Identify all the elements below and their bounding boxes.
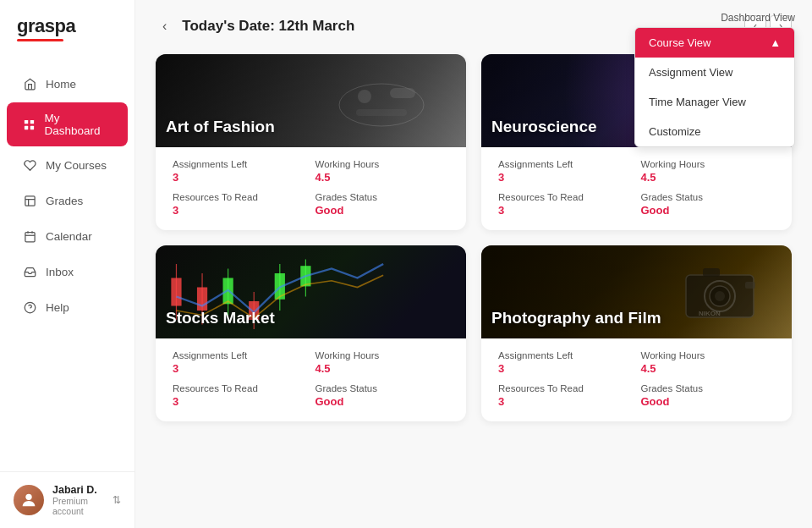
working-hours-neuroscience: Working Hours 4.5 [641,159,776,184]
resources-neuroscience: Resources To Read 3 [498,192,633,217]
course-stats-art-of-fashion: Assignments Left 3 Working Hours 4.5 Res… [156,147,466,230]
sidebar: graspa Home My Dashboard My Courses [0,0,135,528]
dashboard-view-dropdown: Dashboard View Course View ▲ Assignment … [634,12,795,147]
assignments-left-neuroscience: Assignments Left 3 [498,159,633,184]
working-hours-photography-film: Working Hours 4.5 [641,350,776,375]
logo-area: graspa [0,0,134,57]
assignments-left-photography-film: Assignments Left 3 [498,350,633,375]
svg-rect-3 [30,125,34,129]
sidebar-item-calendar-label: Calendar [46,230,92,243]
course-banner-photography-film: NIKON Photography and Film [481,245,792,338]
sidebar-item-grades[interactable]: Grades [7,184,128,217]
chevron-up-icon: ▲ [770,36,781,49]
svg-rect-1 [30,119,34,123]
dropdown-option-time-manager-view[interactable]: Time Manager View [635,87,794,117]
resources-art-of-fashion: Resources To Read 3 [173,192,307,217]
course-title-neuroscience: Neuroscience [491,118,597,137]
sidebar-item-calendar[interactable]: Calendar [7,219,128,253]
avatar [14,485,44,515]
sidebar-item-inbox-label: Inbox [46,266,74,278]
course-stats-photography-film: Assignments Left 3 Working Hours 4.5 Res… [481,338,792,421]
assignments-left-stocks-market: Assignments Left 3 [173,350,307,375]
courses-icon [22,157,37,173]
course-stats-neuroscience: Assignments Left 3 Working Hours 4.5 Res… [481,147,792,230]
calendar-icon [22,228,37,244]
course-card-art-of-fashion[interactable]: Art of Fashion Assignments Left 3 Workin… [156,54,466,230]
user-info: Jabari D. Premium account [52,484,104,516]
sidebar-item-help[interactable]: Help [7,290,128,324]
course-card-stocks-market[interactable]: Stocks Market Assignments Left 3 Working… [156,245,466,421]
grades-status-art-of-fashion: Grades Status Good [315,192,450,217]
sidebar-item-dashboard-label: My Dashboard [45,112,113,137]
resources-stocks-market: Resources To Read 3 [173,383,307,408]
sidebar-item-inbox[interactable]: Inbox [7,255,128,289]
help-icon [22,300,37,315]
resources-photography-film: Resources To Read 3 [498,383,633,408]
svg-rect-16 [390,88,415,98]
dropdown-option-customize[interactable]: Customize [635,117,794,146]
svg-point-13 [25,494,31,500]
dropdown-option-assignment-view[interactable]: Assignment View [635,58,794,87]
svg-text:NIKON: NIKON [699,310,721,317]
working-hours-stocks-market: Working Hours 4.5 [315,350,450,375]
course-banner-stocks-market: Stocks Market [156,245,466,338]
main-content: Dashboard View Course View ▲ Assignment … [135,0,812,528]
svg-rect-33 [197,288,207,311]
inbox-icon [22,264,37,279]
course-title-stocks-market: Stocks Market [166,309,275,328]
sidebar-bottom: Jabari D. Premium account ⇅ [0,471,134,528]
sidebar-item-my-courses[interactable]: My Courses [7,148,128,182]
svg-rect-7 [25,232,34,241]
svg-rect-4 [25,195,34,205]
logo-underline [17,39,63,41]
grades-icon [22,193,37,208]
svg-rect-0 [25,119,28,123]
grades-status-stocks-market: Grades Status Good [315,383,450,408]
back-button[interactable]: ‹ [156,15,173,37]
nav-items: Home My Dashboard My Courses Grades [0,57,134,471]
dropdown-option-course-view[interactable]: Course View ▲ [635,28,794,58]
grades-status-neuroscience: Grades Status Good [641,192,776,217]
working-hours-art-of-fashion: Working Hours 4.5 [315,159,450,184]
svg-rect-31 [171,278,181,306]
user-role: Premium account [52,496,104,516]
grades-status-photography-film: Grades Status Good [641,383,776,408]
course-title-photography-film: Photography and Film [491,309,661,328]
assignments-left-art-of-fashion: Assignments Left 3 [173,159,307,184]
sidebar-item-my-dashboard[interactable]: My Dashboard [7,102,128,146]
svg-rect-2 [25,125,28,129]
logo-text: graspa [17,15,118,37]
course-banner-art-of-fashion: Art of Fashion [156,54,466,147]
course-card-photography-film[interactable]: NIKON Photography and Film Assignments L… [481,245,792,421]
dropdown-menu: Course View ▲ Assignment View Time Manag… [634,27,795,147]
svg-rect-47 [745,282,755,289]
home-icon [22,76,37,91]
sidebar-item-courses-label: My Courses [46,159,107,172]
dashboard-view-label: Dashboard View [634,12,795,24]
user-name: Jabari D. [52,484,104,496]
svg-point-45 [715,291,725,301]
sidebar-item-help-label: Help [46,301,69,314]
expand-user-icon[interactable]: ⇅ [112,494,121,506]
course-title-art-of-fashion: Art of Fashion [166,118,275,137]
course-stats-stocks-market: Assignments Left 3 Working Hours 4.5 Res… [156,338,466,421]
sidebar-item-grades-label: Grades [46,195,83,207]
svg-rect-46 [703,268,720,277]
sidebar-item-home-label: Home [46,78,76,91]
svg-point-15 [358,90,371,103]
dashboard-icon [22,117,36,132]
sidebar-item-home[interactable]: Home [7,67,128,101]
svg-rect-17 [356,109,407,116]
